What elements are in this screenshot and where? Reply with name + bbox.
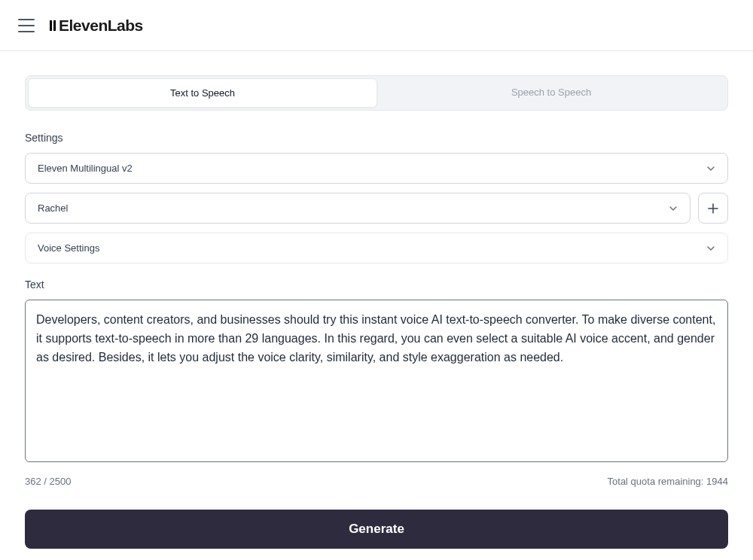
logo-text: ElevenLabs xyxy=(59,17,143,35)
tab-label: Text to Speech xyxy=(170,87,235,99)
model-select[interactable]: Eleven Multilingual v2 xyxy=(25,153,728,184)
text-footer: 362 / 2500 Total quota remaining: 1944 xyxy=(25,476,728,487)
hamburger-menu-icon[interactable] xyxy=(18,19,35,32)
text-input[interactable] xyxy=(25,300,728,462)
settings-label: Settings xyxy=(25,132,728,144)
chevron-down-icon xyxy=(706,244,715,253)
main-content: Text to Speech Speech to Speech Settings… xyxy=(0,51,753,549)
logo-bars-icon xyxy=(50,20,57,31)
chevron-down-icon xyxy=(706,164,715,173)
voice-select[interactable]: Rachel xyxy=(25,193,691,224)
generate-button[interactable]: Generate xyxy=(25,510,728,549)
chevron-down-icon xyxy=(669,204,678,213)
voice-settings-value: Voice Settings xyxy=(38,242,99,254)
char-counter: 362 / 2500 xyxy=(25,476,71,487)
tab-speech-to-speech[interactable]: Speech to Speech xyxy=(377,78,725,108)
mode-tabs: Text to Speech Speech to Speech xyxy=(25,75,728,111)
quota-remaining: Total quota remaining: 1944 xyxy=(608,476,728,487)
elevenlabs-logo: ElevenLabs xyxy=(50,17,143,35)
generate-label: Generate xyxy=(349,522,404,536)
plus-icon xyxy=(707,202,719,215)
voice-value: Rachel xyxy=(38,202,68,214)
add-voice-button[interactable] xyxy=(698,193,728,224)
model-value: Eleven Multilingual v2 xyxy=(38,163,133,174)
tab-text-to-speech[interactable]: Text to Speech xyxy=(28,78,377,108)
text-label: Text xyxy=(25,278,728,291)
app-header: ElevenLabs xyxy=(0,0,753,51)
tab-label: Speech to Speech xyxy=(511,87,591,98)
voice-settings-select[interactable]: Voice Settings xyxy=(25,233,728,263)
